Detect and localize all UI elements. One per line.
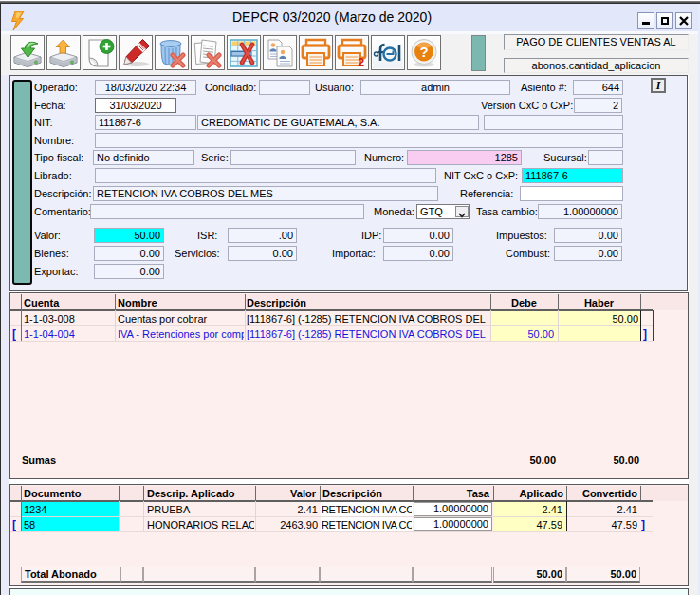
svg-text:2: 2 — [358, 55, 364, 68]
svg-text:?: ? — [419, 44, 428, 60]
